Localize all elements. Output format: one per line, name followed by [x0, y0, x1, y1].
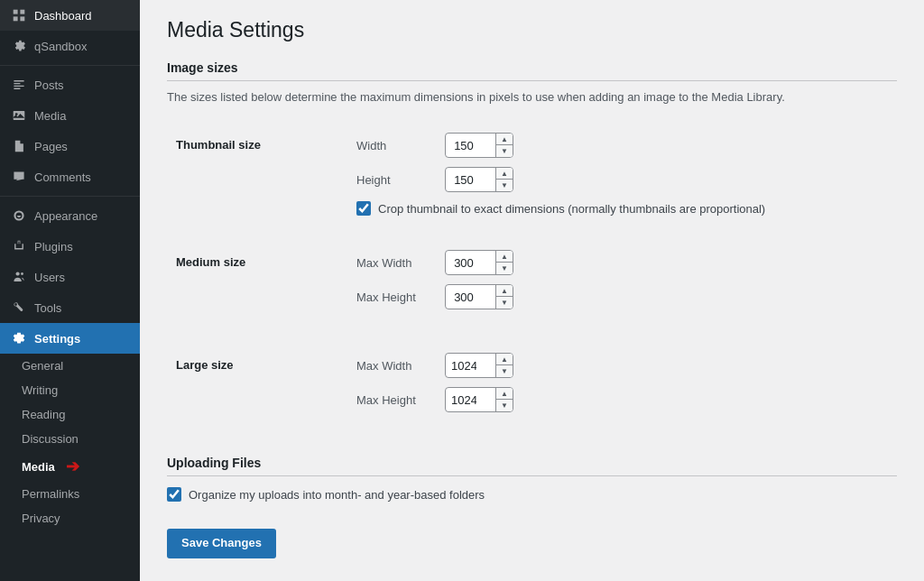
sidebar-item-plugins[interactable]: Plugins	[0, 231, 140, 262]
sidebar-item-media[interactable]: Media	[0, 100, 140, 131]
thumbnail-crop-label[interactable]: Crop thumbnail to exact dimensions (norm…	[378, 202, 765, 216]
spinner-down-2[interactable]: ▼	[496, 180, 513, 191]
medium-height-input[interactable]	[446, 287, 495, 308]
thumbnail-width-input[interactable]	[446, 135, 495, 156]
uploads-folder-checkbox[interactable]	[167, 487, 181, 502]
sidebar-item-label: Settings	[34, 332, 80, 346]
tools-icon	[11, 300, 27, 316]
sidebar-item-label: qSandbox	[34, 40, 88, 53]
spinner-arrows-4: ▲ ▼	[495, 285, 513, 309]
spinner-arrows-5: ▲ ▼	[495, 354, 513, 377]
spinner-up-4[interactable]: ▲	[496, 285, 513, 297]
dashboard-icon	[11, 7, 27, 23]
large-height-label: Max Height	[356, 393, 438, 407]
sidebar-item-dashboard[interactable]: Dashboard	[0, 0, 140, 31]
spinner-up-5[interactable]: ▲	[496, 354, 513, 365]
settings-table: Thumbnail size Width ▲ ▼ Height	[167, 125, 897, 429]
sidebar-divider-2	[0, 196, 140, 197]
sidebar-sub-media[interactable]: Media ➔	[0, 451, 140, 482]
thumbnail-row: Thumbnail size Width ▲ ▼ Height	[167, 125, 897, 223]
medium-width-input[interactable]	[446, 253, 495, 273]
medium-height-spinner[interactable]: ▲ ▼	[445, 284, 513, 309]
large-width-row: Max Width ▲ ▼	[356, 353, 888, 378]
sidebar-item-appearance[interactable]: Appearance	[0, 200, 140, 231]
large-row: Large size Max Width ▲ ▼ Max He	[167, 346, 897, 429]
medium-width-spinner[interactable]: ▲ ▼	[445, 250, 513, 275]
image-sizes-description: The sizes listed below determine the max…	[167, 90, 897, 104]
posts-icon	[11, 77, 27, 93]
sidebar-item-users[interactable]: Users	[0, 262, 140, 292]
gear-icon	[11, 38, 27, 54]
thumbnail-height-row: Height ▲ ▼	[356, 167, 888, 192]
sidebar-item-label: Dashboard	[34, 9, 92, 23]
large-width-label: Max Width	[356, 359, 438, 373]
thumbnail-height-spinner[interactable]: ▲ ▼	[445, 167, 513, 192]
sidebar-item-pages[interactable]: Pages	[0, 131, 140, 161]
spinner-down-4[interactable]: ▼	[496, 297, 513, 309]
thumbnail-height-input[interactable]	[446, 170, 495, 190]
spinner-arrows-2: ▲ ▼	[495, 168, 513, 191]
large-width-input[interactable]	[446, 355, 495, 376]
sidebar-item-label: Appearance	[34, 209, 97, 223]
sidebar-item-tools[interactable]: Tools	[0, 292, 140, 323]
media-icon	[11, 107, 27, 124]
form-actions: Save Changes	[167, 529, 897, 558]
spinner-down[interactable]: ▼	[496, 145, 513, 157]
sidebar-sub-privacy[interactable]: Privacy	[0, 506, 140, 530]
sidebar-sub-reading[interactable]: Reading	[0, 402, 140, 427]
spinner-up-3[interactable]: ▲	[496, 251, 513, 263]
main-content: Media Settings Image sizes The sizes lis…	[140, 0, 924, 581]
spinner-up-6[interactable]: ▲	[496, 388, 513, 400]
spinner-up-2[interactable]: ▲	[496, 168, 513, 180]
medium-fields: Max Width ▲ ▼ Max Height	[347, 243, 897, 326]
large-width-spinner[interactable]: ▲ ▼	[445, 353, 513, 378]
thumbnail-crop-checkbox[interactable]	[356, 201, 371, 216]
svg-point-7	[21, 272, 23, 275]
sidebar-item-posts[interactable]: Posts	[0, 69, 140, 100]
thumbnail-height-label: Height	[356, 173, 438, 187]
thumbnail-crop-row: Crop thumbnail to exact dimensions (norm…	[356, 201, 888, 216]
large-height-input[interactable]	[446, 390, 495, 410]
sidebar-item-settings[interactable]: Settings	[0, 323, 140, 354]
svg-rect-2	[14, 16, 18, 21]
uploading-checkbox-row: Organize my uploads into month- and year…	[167, 487, 897, 502]
sidebar-item-label: Tools	[34, 301, 61, 315]
spinner-up[interactable]: ▲	[496, 134, 513, 145]
thumbnail-width-label: Width	[356, 139, 438, 152]
sidebar-item-qsandbox[interactable]: qSandbox	[0, 31, 140, 61]
appearance-icon	[11, 208, 27, 224]
sidebar-sub-general[interactable]: General	[0, 354, 140, 378]
svg-rect-3	[20, 16, 24, 21]
large-height-row: Max Height ▲ ▼	[356, 387, 888, 412]
thumbnail-width-spinner[interactable]: ▲ ▼	[445, 133, 513, 158]
settings-icon	[11, 330, 27, 346]
uploading-section: Uploading Files Organize my uploads into…	[167, 456, 897, 502]
large-height-spinner[interactable]: ▲ ▼	[445, 387, 513, 412]
uploading-label[interactable]: Organize my uploads into month- and year…	[189, 488, 485, 502]
large-fields: Max Width ▲ ▼ Max Height	[347, 346, 897, 429]
large-label: Large size	[167, 346, 347, 429]
save-changes-button[interactable]: Save Changes	[167, 529, 276, 558]
sidebar-sub-discussion[interactable]: Discussion	[0, 427, 140, 451]
sidebar-item-label: Users	[34, 271, 65, 284]
sidebar-sub-writing[interactable]: Writing	[0, 378, 140, 402]
sidebar-sub-permalinks[interactable]: Permalinks	[0, 482, 140, 506]
plugins-icon	[11, 238, 27, 254]
medium-width-row: Max Width ▲ ▼	[356, 250, 888, 275]
thumbnail-width-row: Width ▲ ▼	[356, 133, 888, 158]
sidebar-item-comments[interactable]: Comments	[0, 161, 140, 192]
medium-width-label: Max Width	[356, 256, 438, 270]
svg-point-6	[16, 272, 20, 275]
thumbnail-fields: Width ▲ ▼ Height	[347, 125, 897, 223]
spinner-down-3[interactable]: ▼	[496, 263, 513, 274]
sidebar-item-label: Posts	[34, 78, 64, 92]
sidebar-item-label: Pages	[34, 140, 68, 153]
spinner-down-6[interactable]: ▼	[496, 400, 513, 411]
svg-rect-1	[20, 10, 24, 14]
spinner-down-5[interactable]: ▼	[496, 365, 513, 377]
thumbnail-label: Thumbnail size	[167, 125, 347, 223]
users-icon	[11, 269, 27, 285]
sidebar: Dashboard qSandbox Posts Media Pages Com…	[0, 0, 140, 581]
pages-icon	[11, 138, 27, 154]
medium-row: Medium size Max Width ▲ ▼ Max H	[167, 243, 897, 326]
